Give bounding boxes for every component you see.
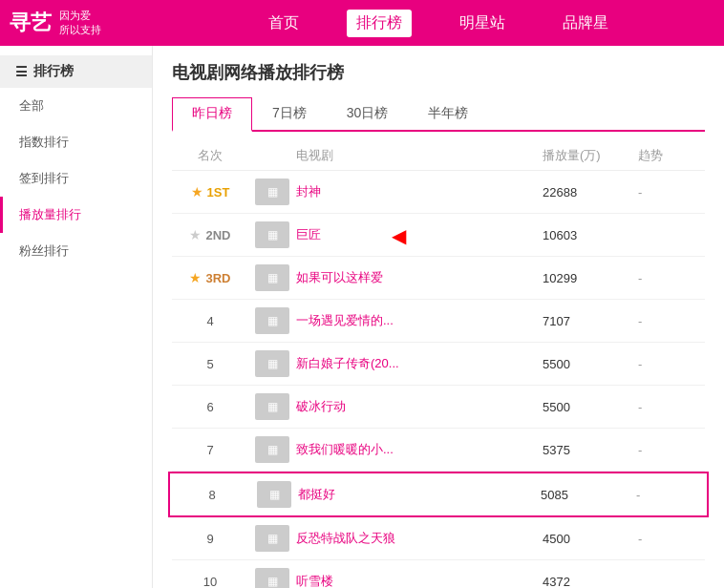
plays-count: 4372 xyxy=(543,575,638,589)
show-name-cell: 都挺好 xyxy=(298,486,541,503)
image-icon: ▦ xyxy=(267,443,278,456)
show-name[interactable]: 巨匠 xyxy=(296,227,321,242)
thumb-image: ▦ xyxy=(255,436,289,463)
thumbnail: ▦ xyxy=(248,436,296,463)
show-name[interactable]: 反恐特战队之天狼 xyxy=(296,531,395,545)
rank-cell: ★ 1ST xyxy=(172,184,248,200)
tabs: 昨日榜 7日榜 30日榜 半年榜 xyxy=(172,97,705,132)
show-name-cell: 巨匠 ◀ xyxy=(296,226,543,243)
show-name[interactable]: 一场遇见爱情的... xyxy=(296,313,394,327)
logo: 寻艺 因为爱 所以支持 xyxy=(10,9,162,38)
rank-cell: 6 xyxy=(172,400,248,414)
rank-number: 10 xyxy=(203,575,217,589)
thumb-image: ▦ xyxy=(255,307,289,334)
show-name[interactable]: 都挺好 xyxy=(298,487,335,501)
thumbnail: ▦ xyxy=(250,481,298,508)
trend-value: - xyxy=(638,357,705,371)
thumbnail: ▦ xyxy=(248,568,296,588)
trend-value: - xyxy=(638,271,705,285)
show-name-cell: 如果可以这样爱 xyxy=(296,269,543,286)
rank-star: ★ xyxy=(191,184,203,200)
table-row: 4 ▦ 一场遇见爱情的... 7107 - xyxy=(172,300,705,343)
nav-stars[interactable]: 明星站 xyxy=(450,10,515,37)
sidebar-item-fans[interactable]: 粉丝排行 xyxy=(0,233,152,269)
image-icon: ▦ xyxy=(267,271,278,284)
thumbnail: ▦ xyxy=(248,393,296,420)
trend-value: - xyxy=(638,400,705,414)
header-thumb xyxy=(248,147,296,164)
thumbnail: ▦ xyxy=(248,178,296,205)
table-row: ★ 1ST ▦ 封神 22688 - xyxy=(172,171,705,214)
show-name-cell: 一场遇见爱情的... xyxy=(296,312,543,329)
table-row: ★ 2ND ▦ 巨匠 ◀ 10603 xyxy=(172,214,705,257)
table-row: 8 ▦ 都挺好 5085 - xyxy=(168,472,709,517)
rank-star: ★ xyxy=(189,270,202,285)
plays-count: 10603 xyxy=(543,228,638,242)
nav-home[interactable]: 首页 xyxy=(259,10,309,37)
page-title: 电视剧网络播放排行榜 xyxy=(172,61,705,84)
thumb-image: ▦ xyxy=(255,264,289,291)
show-name-cell: 致我们暖暖的小... xyxy=(296,441,543,458)
header-trend: 趋势 xyxy=(638,147,705,164)
sidebar-item-index[interactable]: 指数排行 xyxy=(0,124,152,160)
show-name-cell: 反恐特战队之天狼 xyxy=(296,530,543,547)
rank-label: 2ND xyxy=(205,228,230,242)
rank-star: ★ xyxy=(189,227,202,242)
thumb-image: ▦ xyxy=(255,221,289,248)
trend-value: - xyxy=(638,532,705,546)
main-layout: ☰ 排行榜 全部 指数排行 签到排行 播放量排行 粉丝排行 电视剧网络播放排行榜… xyxy=(0,46,724,588)
show-name[interactable]: 致我们暖暖的小... xyxy=(296,442,394,456)
plays-count: 5500 xyxy=(543,400,638,414)
trend-value: - xyxy=(638,314,705,328)
sidebar-item-checkin[interactable]: 签到排行 xyxy=(0,160,152,197)
plays-count: 22688 xyxy=(543,185,638,200)
table-row: 6 ▦ 破冰行动 5500 - xyxy=(172,386,705,429)
nav-brands[interactable]: 品牌星 xyxy=(553,10,618,37)
top-navigation: 寻艺 因为爱 所以支持 首页 排行榜 明星站 品牌星 xyxy=(0,0,724,46)
table-row: 5 ▦ 新白娘子传奇(20... 5500 - xyxy=(172,343,705,386)
sidebar-item-plays[interactable]: 播放量排行 xyxy=(0,197,152,233)
table-row: 7 ▦ 致我们暖暖的小... 5375 - xyxy=(172,429,705,472)
image-icon: ▦ xyxy=(267,357,278,370)
rank-cell: 9 xyxy=(172,532,248,546)
table-body: ★ 1ST ▦ 封神 22688 - ★ 2ND ▦ 巨匠 ◀ 10603 xyxy=(172,171,705,588)
show-name[interactable]: 封神 xyxy=(296,184,321,199)
nav-rankings[interactable]: 排行榜 xyxy=(347,10,412,37)
rank-number: 7 xyxy=(206,443,213,457)
logo-text: 寻艺 xyxy=(10,9,52,37)
rank-cell: 10 xyxy=(172,575,248,589)
rank-number: 9 xyxy=(206,532,213,546)
header-plays: 播放量(万) xyxy=(543,147,638,164)
show-name[interactable]: 听雪楼 xyxy=(296,574,333,588)
image-icon: ▦ xyxy=(267,575,278,588)
show-name-cell: 新白娘子传奇(20... xyxy=(296,355,543,372)
tab-30day[interactable]: 30日榜 xyxy=(327,97,409,130)
show-name-cell: 听雪楼 xyxy=(296,573,543,588)
table-header: 名次 电视剧 播放量(万) 趋势 xyxy=(172,141,705,171)
thumbnail: ▦ xyxy=(248,221,296,248)
trend-value: - xyxy=(638,443,705,457)
thumb-image: ▦ xyxy=(255,568,289,588)
tab-halfyear[interactable]: 半年榜 xyxy=(408,97,488,130)
thumb-image: ▦ xyxy=(255,393,289,420)
show-name-cell: 封神 xyxy=(296,183,543,200)
tab-yesterday[interactable]: 昨日榜 xyxy=(172,97,252,132)
table-row: ★ 3RD ▦ 如果可以这样爱 10299 - xyxy=(172,257,705,300)
sidebar-item-all[interactable]: 全部 xyxy=(0,88,152,124)
table-row: 9 ▦ 反恐特战队之天狼 4500 - xyxy=(172,517,705,560)
header-show: 电视剧 xyxy=(296,147,543,164)
show-name[interactable]: 新白娘子传奇(20... xyxy=(296,356,399,370)
rank-cell: 7 xyxy=(172,443,248,457)
plays-count: 5375 xyxy=(543,443,638,457)
sidebar: ☰ 排行榜 全部 指数排行 签到排行 播放量排行 粉丝排行 xyxy=(0,46,153,588)
image-icon: ▦ xyxy=(269,488,280,501)
thumb-image: ▦ xyxy=(255,178,289,205)
show-name[interactable]: 如果可以这样爱 xyxy=(296,270,383,284)
red-arrow-icon: ◀ xyxy=(392,224,406,247)
tab-7day[interactable]: 7日榜 xyxy=(252,97,327,130)
plays-count: 7107 xyxy=(543,314,638,328)
image-icon: ▦ xyxy=(267,185,278,199)
plays-count: 5500 xyxy=(543,357,638,371)
rank-cell: ★ 3RD xyxy=(172,270,248,285)
show-name[interactable]: 破冰行动 xyxy=(296,399,346,413)
